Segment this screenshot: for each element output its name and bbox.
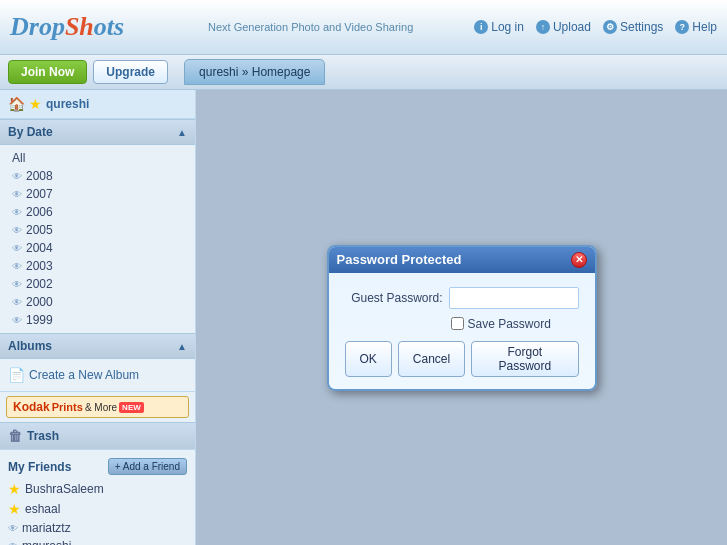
login-icon: i <box>474 20 488 34</box>
albums-section-header[interactable]: Albums ▲ <box>0 333 195 359</box>
login-nav[interactable]: i Log in <box>474 20 524 34</box>
eye-icon-2002: 👁 <box>12 279 22 290</box>
upload-nav[interactable]: ↑ Upload <box>536 20 591 34</box>
username-label: qureshi <box>46 97 89 111</box>
date-2004[interactable]: 👁2004 <box>0 239 195 257</box>
settings-icon: ⚙ <box>603 20 617 34</box>
logo[interactable]: DropShots <box>10 12 124 42</box>
trash-section[interactable]: 🗑 Trash <box>0 422 195 449</box>
eye-icon-1999: 👁 <box>12 315 22 326</box>
friend-mariatztz[interactable]: 👁 mariatztz <box>0 519 195 537</box>
eye-icon-2007: 👁 <box>12 189 22 200</box>
date-list: All 👁2008👁2007👁2006👁2005👁2004👁2003👁2002👁… <box>0 145 195 333</box>
logo-tagline: Next Generation Photo and Video Sharing <box>208 21 474 33</box>
friend-mqureshi[interactable]: 👁 mqureshi <box>0 537 195 545</box>
modal-overlay: Password Protected ✕ Guest Password: Sav… <box>196 90 727 545</box>
sidebar: 🏠 ★ qureshi By Date ▲ All 👁2008👁2007👁200… <box>0 90 196 545</box>
new-badge: NEW <box>119 402 144 413</box>
date-2007[interactable]: 👁2007 <box>0 185 195 203</box>
eye-icon-2000: 👁 <box>12 297 22 308</box>
eye-icon-2004: 👁 <box>12 243 22 254</box>
friend-star-1: ★ <box>8 481 21 497</box>
guest-password-label: Guest Password: <box>345 291 443 305</box>
guest-password-input[interactable] <box>449 287 579 309</box>
save-password-checkbox[interactable] <box>451 317 464 330</box>
header-nav: i Log in ↑ Upload ⚙ Settings ? Help <box>474 20 717 34</box>
kodak-prints-label: Prints <box>52 401 83 413</box>
settings-nav[interactable]: ⚙ Settings <box>603 20 663 34</box>
dialog-buttons: OK Cancel Forgot Password <box>345 341 579 377</box>
date-2003[interactable]: 👁2003 <box>0 257 195 275</box>
cancel-button[interactable]: Cancel <box>398 341 465 377</box>
dialog-body: Guest Password: Save Password OK Cancel … <box>329 273 595 389</box>
friend-name-4: mqureshi <box>22 539 71 545</box>
join-now-button[interactable]: Join Now <box>8 60 87 84</box>
star-icon: ★ <box>29 96 42 112</box>
kodak-label: Kodak <box>13 400 50 414</box>
tab-area: qureshi » Homepage <box>184 59 325 85</box>
friend-bushra[interactable]: ★ BushraSaleem <box>0 479 195 499</box>
kodak-more-label: & More <box>85 402 117 413</box>
date-1999[interactable]: 👁1999 <box>0 311 195 329</box>
dialog-title: Password Protected <box>337 252 462 267</box>
date-2006[interactable]: 👁2006 <box>0 203 195 221</box>
guest-password-row: Guest Password: <box>345 287 579 309</box>
ok-button[interactable]: OK <box>345 341 392 377</box>
forgot-password-button[interactable]: Forgot Password <box>471 341 578 377</box>
eye-icon-2006: 👁 <box>12 207 22 218</box>
create-album-icon: 📄 <box>8 367 25 383</box>
logo-area: DropShots <box>10 12 200 42</box>
date-2005[interactable]: 👁2005 <box>0 221 195 239</box>
friend-eye-3: 👁 <box>8 523 18 534</box>
friends-section: My Friends + Add a Friend ★ BushraSaleem… <box>0 449 195 545</box>
password-dialog: Password Protected ✕ Guest Password: Sav… <box>327 245 597 391</box>
friend-eye-4: 👁 <box>8 541 18 546</box>
friends-header: My Friends + Add a Friend <box>0 454 195 479</box>
dialog-close-button[interactable]: ✕ <box>571 252 587 268</box>
sidebar-user[interactable]: 🏠 ★ qureshi <box>0 90 195 119</box>
add-friend-button[interactable]: + Add a Friend <box>108 458 187 475</box>
homepage-tab[interactable]: qureshi » Homepage <box>184 59 325 85</box>
albums-section: 📄 Create a New Album <box>0 359 195 391</box>
home-icon: 🏠 <box>8 96 25 112</box>
albums-arrow: ▲ <box>177 341 187 352</box>
header: DropShots Next Generation Photo and Vide… <box>0 0 727 55</box>
eye-icon-2008: 👁 <box>12 171 22 182</box>
date-all[interactable]: All <box>0 149 195 167</box>
friend-eshaal[interactable]: ★ eshaal <box>0 499 195 519</box>
trash-icon: 🗑 <box>8 428 22 444</box>
help-nav[interactable]: ? Help <box>675 20 717 34</box>
date-2002[interactable]: 👁2002 <box>0 275 195 293</box>
save-password-row: Save Password <box>345 317 579 331</box>
by-date-section-header[interactable]: By Date ▲ <box>0 119 195 145</box>
kodak-box: Kodak Prints & More NEW <box>6 396 189 418</box>
friend-name-1: BushraSaleem <box>25 482 104 496</box>
create-album-button[interactable]: 📄 Create a New Album <box>0 363 195 387</box>
eye-icon-2005: 👁 <box>12 225 22 236</box>
friend-name-2: eshaal <box>25 502 60 516</box>
eye-icon-2003: 👁 <box>12 261 22 272</box>
upgrade-button[interactable]: Upgrade <box>93 60 168 84</box>
by-date-arrow: ▲ <box>177 127 187 138</box>
main-layout: 🏠 ★ qureshi By Date ▲ All 👁2008👁2007👁200… <box>0 90 727 545</box>
toolbar: Join Now Upgrade qureshi » Homepage <box>0 55 727 90</box>
friend-star-2: ★ <box>8 501 21 517</box>
my-friends-label: My Friends <box>8 460 71 474</box>
dialog-titlebar: Password Protected ✕ <box>329 247 595 273</box>
main-content: Password Protected ✕ Guest Password: Sav… <box>196 90 727 545</box>
date-2000[interactable]: 👁2000 <box>0 293 195 311</box>
kodak-area[interactable]: Kodak Prints & More NEW <box>0 391 195 422</box>
upload-icon: ↑ <box>536 20 550 34</box>
date-2008[interactable]: 👁2008 <box>0 167 195 185</box>
friend-name-3: mariatztz <box>22 521 71 535</box>
save-password-label: Save Password <box>468 317 551 331</box>
help-icon: ? <box>675 20 689 34</box>
